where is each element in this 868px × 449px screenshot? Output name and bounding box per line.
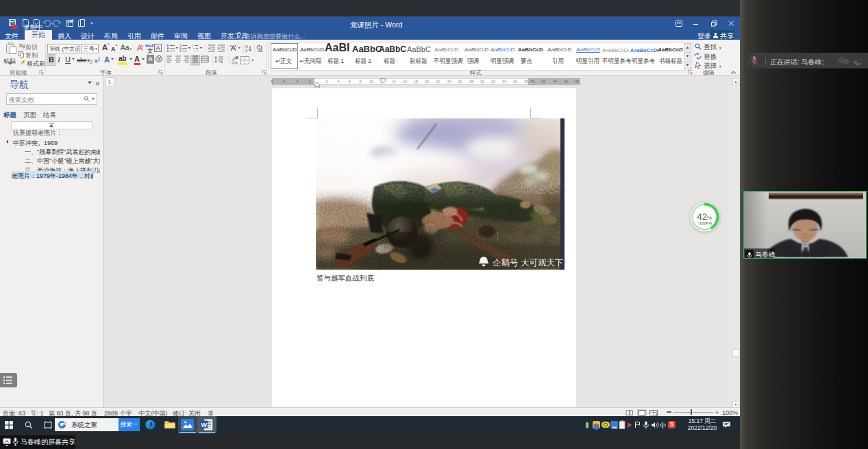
svg-text:i: i (195, 49, 195, 53)
svg-text:Z: Z (245, 49, 248, 53)
svg-text:3: 3 (179, 49, 182, 53)
svg-text:企鹅号 大可观天下: 企鹅号 大可观天下 (493, 258, 563, 268)
svg-text:↑102K/s: ↑102K/s (697, 221, 712, 225)
svg-text:W: W (201, 422, 208, 428)
